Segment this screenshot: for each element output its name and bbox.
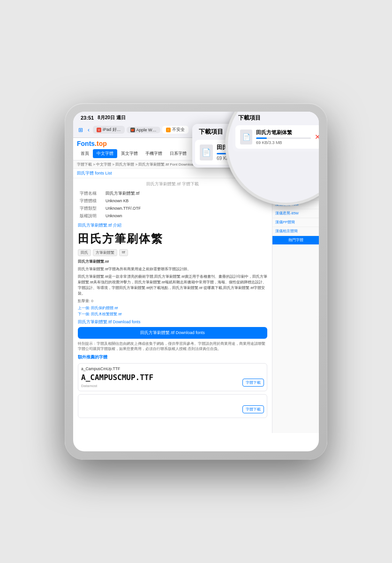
mag-progress-fill — [256, 137, 267, 139]
desc1: 田氏方筆刷體繁.ttf字體為所有商業用途之前妳需要聯系字體設計師。 — [78, 266, 267, 272]
mag-filename: 田氏方笔刷体繁 — [256, 129, 311, 136]
tab-label-ipad: iPad 好… — [103, 127, 121, 133]
status-time: 23:51 — [81, 115, 94, 121]
font-card-author-0: Datamost — [81, 384, 264, 388]
ipad-device: 23:51 8月20日 週日 ▲ ▲ ▓ ⊞ ‹ V iPad 好… 🍎 App — [65, 103, 327, 460]
font-card-name-1 — [81, 397, 264, 402]
mag-progress-bar — [256, 137, 311, 139]
download-section-title: 田氏方筆刷體繁.ttf Download fonts — [78, 320, 267, 325]
sidebar-footer[interactable]: 熱門字體 — [272, 236, 319, 244]
tab-ipad[interactable]: V iPad 好… — [93, 126, 125, 134]
sidebar-item-8[interactable]: 漢儀PP體簡 — [272, 218, 319, 227]
label-size: 字體體積 — [78, 198, 104, 205]
download-button[interactable]: 田氏方筆刷體繁.ttf Download fonts — [78, 327, 267, 339]
prev-font-link[interactable]: 田氏保釣體體.ttf — [91, 306, 118, 310]
next-label: 下一個: — [78, 312, 91, 316]
breadcrumb-text: 字體下載 > 中文字體 > 田氏方筆體 > 田氏方筆刷體繁.ttf Font D… — [77, 162, 195, 167]
font-section: 田氏方筆刷體繁.ttf 字體下載 字體名稱 田氏方筆刷體繁.ttf 字體體積 U… — [73, 178, 272, 424]
status-date: 8月20日 週日 — [98, 114, 125, 121]
ipad-screen: 23:51 8月20日 週日 ▲ ▲ ▓ ⊞ ‹ V iPad 好… 🍎 App — [73, 112, 319, 451]
tab-label-apple: Apple W… — [136, 128, 157, 132]
prev-label: 上一個: — [78, 306, 91, 310]
label-type: 字體類型 — [78, 205, 104, 213]
tag-1[interactable]: 方筆刷體繁 — [93, 249, 117, 256]
tab-label-current: 不安全 — [172, 127, 185, 133]
tab-current[interactable]: ! 不安全 — [162, 126, 188, 134]
next-font-link[interactable]: 田氏木枝繁體繁.ttf — [91, 312, 121, 316]
sidebar-item-9[interactable]: 漢儀柏京體簡 — [272, 227, 319, 236]
tab-apple[interactable]: 🍎 Apple W… — [127, 127, 160, 133]
font-preview: 田氏方筆刷体繁 — [78, 231, 267, 246]
logo-top: .top — [95, 140, 107, 147]
recommended-title: 額外推薦的字體 — [78, 354, 267, 360]
mag-size: 69 KB/3.3 MB — [256, 140, 311, 145]
font-card-download-1[interactable]: 字體下載 — [242, 405, 264, 413]
dl-file-icon: 📄 — [200, 145, 213, 160]
click-count: 點擊量: 0 — [78, 298, 267, 304]
tab-favicon-apple: 🍎 — [130, 128, 135, 132]
logo-fonts: Fonts — [77, 140, 95, 147]
download-popup-title: 下載項目 — [199, 128, 223, 136]
nav-home[interactable]: 首頁 — [77, 149, 93, 158]
font-info-table: 字體名稱 田氏方筆刷體繁.ttf 字體體積 Unknown KB 字體類型 Un… — [78, 190, 267, 220]
tab-favicon-ipad: V — [97, 128, 101, 132]
value-type: Unknown.TTF/.OTF — [104, 205, 267, 213]
intro-link[interactable]: 田氏方筆刷體繁.ttf 介紹 — [78, 223, 267, 228]
font-card-0: a_CampusCmUp.TTF A_CAMPUSCMUP.TTF Datamo… — [78, 363, 267, 391]
value-name: 田氏方筆刷體繁.ttf — [104, 190, 267, 198]
prev-next: 上一個: 田氏保釣體體.ttf 下一個: 田氏木枝繁體繁.ttf — [78, 305, 267, 317]
label-name: 字體名稱 — [78, 190, 104, 198]
value-size: Unknown KB — [104, 198, 267, 205]
nav-english[interactable]: 英文字體 — [117, 149, 142, 158]
tag-0[interactable]: 田氏 — [78, 249, 91, 256]
font-card-1: 字體下載 — [78, 394, 267, 418]
font-card-preview-0: A_CAMPUSCMUP.TTF — [81, 373, 264, 382]
font-name-heading: 田氏方筆刷體繁.ttf — [78, 259, 267, 265]
mag-file-icon: 📄 — [240, 129, 252, 145]
font-card-preview-1 — [81, 404, 264, 413]
desc2: 田氏方筆刷體繁.ttf是一款非常漂亮的藝術字體,田氏方筆刷體繁.ttf廣泛用于各… — [78, 274, 267, 297]
nav-chinese[interactable]: 中文字體 — [93, 149, 117, 158]
nav-japanese[interactable]: 日系字體 — [166, 149, 190, 158]
font-card-download-0[interactable]: 字體下載 — [242, 379, 264, 387]
tag-row: 田氏 方筆刷體繁 ttf — [78, 249, 267, 256]
value-license: Unknown — [104, 213, 267, 220]
font-card-name-0: a_CampusCmUp.TTF — [81, 366, 264, 371]
tag-2[interactable]: ttf — [119, 249, 128, 256]
back-btn[interactable]: ‹ — [86, 127, 91, 133]
mag-dl-title: 下載項目 — [238, 114, 261, 122]
tab-favicon-warn: ! — [166, 128, 171, 132]
label-license: 版權說明 — [78, 213, 104, 220]
sidebar-toggle[interactable]: ⊞ — [77, 127, 84, 133]
disclaimer: 特別提示：字體及相關信息由網友上傳或收集于網絡，僅供學習與參考。字體請勿用於商業… — [78, 342, 267, 351]
sidebar-item-7[interactable]: 漢儀君黑-85W — [272, 209, 319, 218]
mag-cancel-btn[interactable]: ✕ — [315, 133, 319, 141]
nav-mobile[interactable]: 手機字體 — [142, 149, 166, 158]
